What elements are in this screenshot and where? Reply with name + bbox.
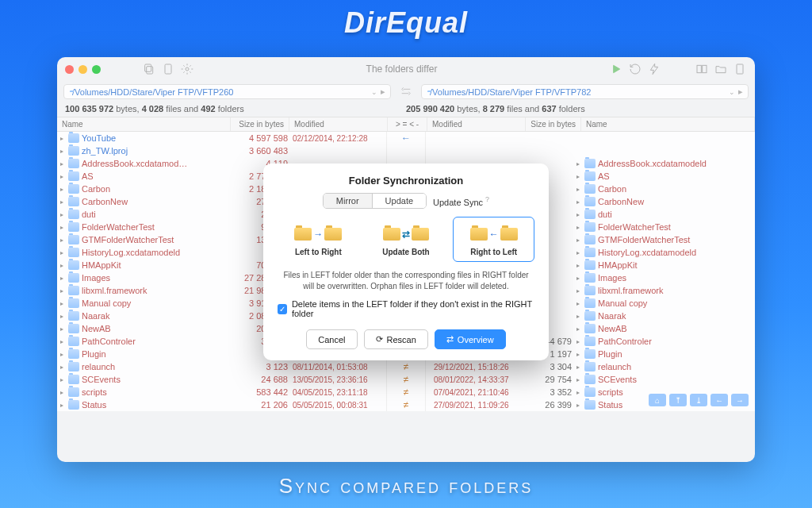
- zoom-icon[interactable]: [92, 65, 101, 74]
- svg-point-3: [186, 67, 189, 71]
- open-folder-icon[interactable]: ▸: [381, 87, 385, 97]
- table-row[interactable]: [426, 144, 755, 157]
- delete-orphans-checkbox[interactable]: ✓ Delete items in the LEFT folder if the…: [278, 299, 534, 318]
- bolt-icon[interactable]: [647, 62, 661, 76]
- folder-icon: [68, 298, 79, 308]
- folder-icon: [584, 400, 596, 410]
- table-row[interactable]: 08/01/2022, 14:33:3729 754▸SCEvents: [426, 373, 755, 386]
- compare-indicator: ≠: [387, 373, 425, 386]
- right-stats: 205 990 420 bytes, 8 279 files and 637 f…: [406, 104, 747, 114]
- table-row[interactable]: 29/12/2021, 15:18:263 304▸relaunch: [426, 360, 755, 373]
- bottom-button[interactable]: ⤓: [690, 394, 707, 406]
- folder-icon: [68, 362, 79, 371]
- help-icon[interactable]: ?: [485, 195, 489, 203]
- left-stats: 100 635 972 bytes, 4 028 files and 492 f…: [65, 104, 406, 114]
- hero-title: DirEqual: [0, 0, 812, 48]
- play-icon[interactable]: [609, 62, 623, 76]
- column-headers: Name Size in bytes Modified > = < - Modi…: [57, 117, 755, 132]
- folder-icon: [68, 400, 79, 410]
- left-path-box[interactable]: /Volumes/HDD/Stare/Viper FTP/VFTP260 ⌄ ▸: [63, 84, 391, 99]
- folder-icon: [68, 184, 79, 194]
- svg-rect-0: [147, 67, 153, 74]
- rescan-button[interactable]: ⟳Rescan: [364, 329, 428, 349]
- folder-icon: [584, 248, 596, 257]
- folder-icon: [584, 298, 596, 308]
- folder-icon: [584, 197, 596, 206]
- prev-button[interactable]: ←: [710, 394, 728, 406]
- next-button[interactable]: →: [731, 394, 749, 406]
- swap-icon[interactable]: [399, 84, 413, 98]
- folder-icon: [68, 210, 79, 219]
- overview-button[interactable]: ⇄Overview: [435, 329, 506, 349]
- svg-rect-1: [145, 64, 151, 71]
- table-row[interactable]: ▸zh_TW.lproj3 660 483: [57, 144, 386, 157]
- folder-icon: [584, 184, 596, 194]
- folder-icon: [68, 222, 79, 232]
- folder-icon: [584, 260, 596, 270]
- folder-icon: [68, 337, 79, 346]
- file-icon[interactable]: [733, 62, 747, 76]
- folder-icon: [68, 324, 79, 333]
- compare-indicator: ←: [387, 132, 425, 144]
- refresh-icon: ⟳: [376, 334, 383, 344]
- update-both-option[interactable]: ⇄ Update Both: [366, 217, 447, 262]
- folder-icon: [584, 324, 596, 333]
- compare-indicator: ≠: [387, 360, 425, 373]
- compare-indicator: ≠: [387, 398, 425, 411]
- table-row[interactable]: ▸scripts583 44204/05/2015, 23:11:18: [57, 386, 386, 398]
- open-folder-icon[interactable]: ▸: [738, 87, 743, 97]
- folder-icon: [584, 387, 596, 397]
- folder-icon: [68, 248, 79, 257]
- home-button[interactable]: ⌂: [649, 394, 666, 406]
- update-tab[interactable]: Update: [373, 194, 426, 208]
- folder-icon: [68, 375, 79, 384]
- left-to-right-option[interactable]: → Left to Right: [278, 217, 359, 262]
- top-button[interactable]: ⤒: [669, 394, 687, 406]
- folder-icon: [68, 133, 79, 143]
- table-row[interactable]: ▸SCEvents24 68813/05/2015, 23:36:16: [57, 373, 386, 386]
- close-icon[interactable]: [65, 65, 74, 74]
- chevron-down-icon[interactable]: ⌄: [371, 88, 377, 96]
- right-to-left-option[interactable]: ← Right to Left: [453, 217, 534, 262]
- folder-icon: [584, 337, 596, 346]
- folder-icon: [584, 235, 596, 244]
- document-icon[interactable]: [161, 62, 175, 76]
- svg-rect-5: [703, 65, 707, 72]
- svg-rect-2: [165, 64, 171, 74]
- folder-icon: [68, 235, 79, 244]
- cancel-button[interactable]: Cancel: [306, 329, 357, 349]
- folder-icon: [68, 197, 79, 206]
- folder-icon: [68, 349, 79, 359]
- panels-icon[interactable]: [695, 62, 709, 76]
- mode-segment[interactable]: Mirror Update: [323, 193, 427, 209]
- folder-icon[interactable]: [714, 62, 728, 76]
- svg-rect-6: [737, 64, 743, 74]
- mirror-tab[interactable]: Mirror: [324, 194, 373, 208]
- refresh-icon[interactable]: [628, 62, 642, 76]
- folder-icon: [584, 362, 596, 371]
- folder-icon: [584, 210, 596, 219]
- folder-icon: [584, 349, 596, 359]
- right-path-box[interactable]: /Volumes/HDD/Stare/Viper FTP/VFTP782 ⌄ ▸: [421, 84, 749, 99]
- folder-icon: [68, 273, 79, 283]
- sync-type-label: Update Sync ?: [433, 195, 489, 207]
- folder-icon: [584, 286, 596, 295]
- folder-icon: [584, 159, 596, 168]
- folder-icon: [584, 311, 596, 321]
- table-row[interactable]: ▸Status21 20605/05/2015, 00:08:31: [57, 398, 386, 411]
- table-row[interactable]: [426, 132, 755, 144]
- sliders-icon: ⇄: [446, 334, 454, 344]
- compare-indicator: ≠: [387, 386, 425, 398]
- copy-icon[interactable]: [142, 62, 156, 76]
- gear-icon[interactable]: [180, 62, 194, 76]
- table-row[interactable]: ▸YouTube4 597 59802/12/2014, 22:12:28: [57, 132, 386, 144]
- folder-icon: [584, 273, 596, 283]
- checkbox-icon: ✓: [278, 304, 287, 314]
- sync-dialog: Folder Synchronization Mirror Update Upd…: [263, 164, 549, 360]
- chevron-down-icon[interactable]: ⌄: [729, 88, 735, 96]
- table-row[interactable]: ▸relaunch3 12308/11/2014, 01:53:08: [57, 360, 386, 373]
- folder-icon: [584, 375, 596, 384]
- folder-icon: [68, 311, 79, 321]
- folder-icon: [68, 146, 79, 156]
- minimize-icon[interactable]: [79, 65, 87, 74]
